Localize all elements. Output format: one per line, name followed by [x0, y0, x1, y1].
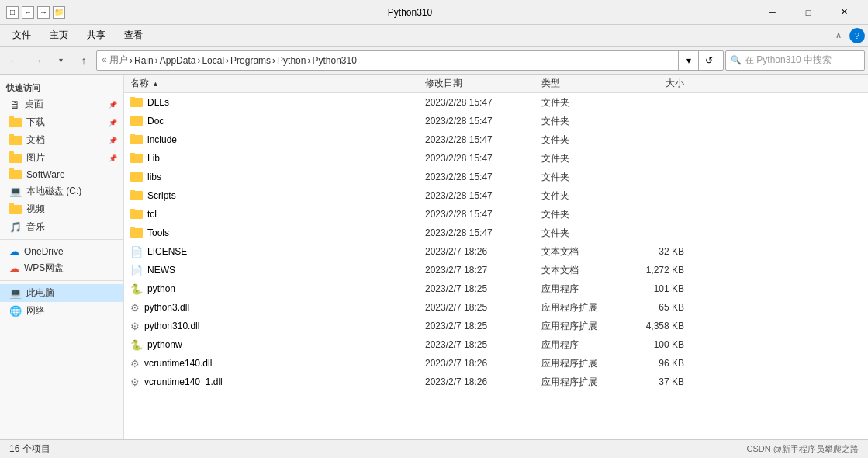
sidebar-item-localdisk[interactable]: 💻 本地磁盘 (C:): [0, 182, 123, 200]
quick-access-icon[interactable]: □: [6, 6, 19, 19]
onedrive-icon: ☁: [9, 245, 19, 257]
sidebar-item-pictures[interactable]: 图片 📌: [0, 149, 123, 167]
table-row[interactable]: Scripts 2023/2/28 15:47 文件夹: [124, 186, 868, 205]
file-date-cell: 2023/2/28 15:47: [419, 97, 535, 108]
file-name-cell: 📄 LICENSE: [124, 246, 419, 258]
file-name-text: NEWS: [147, 265, 175, 276]
sidebar-item-wpsdrive[interactable]: ☁ WPS网盘: [0, 259, 123, 277]
back-button[interactable]: ←: [3, 50, 25, 71]
sidebar-item-onedrive[interactable]: ☁ OneDrive: [0, 243, 123, 259]
table-row[interactable]: ⚙ python310.dll 2023/2/7 18:25 应用程序扩展 4,…: [124, 317, 868, 335]
file-name-text: Scripts: [147, 190, 176, 201]
maximize-button[interactable]: □: [790, 0, 826, 25]
sidebar-label-wpsdrive: WPS网盘: [24, 262, 64, 275]
menu-share[interactable]: 共享: [78, 26, 115, 45]
table-row[interactable]: ⚙ python3.dll 2023/2/7 18:25 应用程序扩展 65 K…: [124, 298, 868, 317]
address-bar[interactable]: « 用户 › Rain › AppData › Local › Programs…: [96, 50, 724, 71]
file-name-cell: Tools: [124, 227, 419, 238]
table-row[interactable]: 📄 NEWS 2023/2/7 18:27 文本文档 1,272 KB: [124, 261, 868, 279]
table-row[interactable]: Doc 2023/2/28 15:47 文件夹: [124, 112, 868, 130]
dll-file-icon: ⚙: [130, 302, 140, 314]
col-header-type[interactable]: 类型: [535, 77, 628, 90]
file-size-cell: 101 KB: [628, 283, 690, 294]
sidebar-item-thispc[interactable]: 💻 此电脑: [0, 284, 123, 302]
table-row[interactable]: Tools 2023/2/28 15:47 文件夹: [124, 224, 868, 242]
menu-file[interactable]: 文件: [3, 26, 40, 45]
nav-bar: ← → ▾ ↑ « 用户 › Rain › AppData › Local › …: [0, 47, 868, 75]
table-row[interactable]: ⚙ vcruntime140_1.dll 2023/2/7 18:26 应用程序…: [124, 373, 868, 391]
sidebar-item-music[interactable]: 🎵 音乐: [0, 218, 123, 236]
file-name-cell: ⚙ vcruntime140_1.dll: [124, 376, 419, 388]
file-date-cell: 2023/2/7 18:26: [419, 376, 535, 387]
address-part-3: Local: [202, 55, 224, 66]
sidebar-label-localdisk: 本地磁盘 (C:): [26, 185, 81, 198]
address-dropdown-button[interactable]: ▾: [678, 50, 698, 71]
file-name-cell: tcl: [124, 209, 419, 220]
table-row[interactable]: DLLs 2023/2/28 15:47 文件夹: [124, 93, 868, 112]
file-date-cell: 2023/2/28 15:47: [419, 134, 535, 145]
table-row[interactable]: 🐍 pythonw 2023/2/7 18:25 应用程序 100 KB: [124, 335, 868, 354]
file-type-cell: 文本文档: [535, 245, 628, 258]
quick-access-label: 快速访问: [0, 78, 123, 95]
col-header-size[interactable]: 大小: [628, 77, 690, 90]
python-file-icon: 🐍: [130, 339, 143, 351]
file-type-cell: 应用程序: [535, 338, 628, 352]
file-name-text: python3.dll: [144, 302, 189, 313]
forward-icon-small[interactable]: →: [37, 6, 50, 19]
text-file-icon: 📄: [130, 246, 143, 258]
sidebar-item-software[interactable]: SoftWare: [0, 167, 123, 182]
back-icon-small[interactable]: ←: [22, 6, 34, 19]
table-row[interactable]: libs 2023/2/28 15:47 文件夹: [124, 168, 868, 186]
content-area: 名称 ▲ 修改日期 类型 大小 DLLs 2023/2/28 15:47 文件夹…: [124, 75, 868, 439]
file-size-cell: 37 KB: [628, 376, 690, 387]
table-row[interactable]: tcl 2023/2/28 15:47 文件夹: [124, 205, 868, 224]
menu-view[interactable]: 查看: [115, 26, 152, 45]
file-name-text: vcruntime140_1.dll: [144, 376, 223, 387]
search-bar[interactable]: 🔍 在 Python310 中搜索: [725, 50, 865, 71]
dropdown-recent-button[interactable]: ▾: [50, 50, 71, 71]
menu-home[interactable]: 主页: [40, 26, 78, 45]
title-bar: □ ← → 📁 Python310 ─ □ ✕: [0, 0, 868, 25]
expand-ribbon-button[interactable]: ∧: [831, 30, 846, 40]
table-row[interactable]: ⚙ vcruntime140.dll 2023/2/7 18:26 应用程序扩展…: [124, 354, 868, 373]
window-controls: ─ □ ✕: [755, 0, 862, 25]
folder-icon: [130, 191, 143, 200]
drive-icon: 💻: [9, 186, 22, 197]
forward-button[interactable]: →: [26, 50, 48, 71]
sidebar-item-desktop[interactable]: 🖥 桌面 📌: [0, 95, 123, 113]
file-size-cell: 100 KB: [628, 339, 690, 350]
up-button[interactable]: ↑: [73, 50, 95, 71]
address-part-0: « 用户: [102, 54, 128, 67]
sidebar-item-video[interactable]: 视频: [0, 200, 123, 218]
file-name-cell: 🐍 pythonw: [124, 339, 419, 351]
sidebar-item-downloads[interactable]: 下载 📌: [0, 113, 123, 131]
file-name-text: pythonw: [147, 339, 182, 350]
sidebar-label-music: 音乐: [26, 220, 45, 234]
search-icon: 🔍: [731, 55, 742, 65]
file-date-cell: 2023/2/28 15:47: [419, 153, 535, 164]
help-button[interactable]: ?: [849, 28, 865, 43]
col-header-name[interactable]: 名称 ▲: [124, 77, 419, 90]
table-row[interactable]: include 2023/2/28 15:47 文件夹: [124, 130, 868, 149]
file-name-text: include: [147, 134, 177, 145]
folder-icon: [130, 116, 143, 126]
close-button[interactable]: ✕: [826, 0, 862, 25]
table-row[interactable]: Lib 2023/2/28 15:47 文件夹: [124, 149, 868, 168]
col-header-date[interactable]: 修改日期: [419, 77, 535, 90]
refresh-button[interactable]: ↺: [698, 50, 718, 71]
column-header: 名称 ▲ 修改日期 类型 大小: [124, 75, 868, 93]
sidebar-item-documents[interactable]: 文档 📌: [0, 131, 123, 149]
address-part-2: AppData: [160, 55, 196, 66]
minimize-button[interactable]: ─: [755, 0, 790, 25]
file-name-text: Lib: [147, 153, 160, 164]
table-row[interactable]: 📄 LICENSE 2023/2/7 18:26 文本文档 32 KB: [124, 242, 868, 261]
file-name-text: DLLs: [147, 97, 169, 108]
file-date-cell: 2023/2/7 18:25: [419, 339, 535, 350]
file-name-text: python310.dll: [144, 321, 199, 331]
file-date-cell: 2023/2/28 15:47: [419, 116, 535, 127]
text-file-icon: 📄: [130, 265, 143, 276]
file-type-cell: 应用程序扩展: [535, 357, 628, 370]
sidebar-item-network[interactable]: 🌐 网络: [0, 302, 123, 320]
file-name-cell: 📄 NEWS: [124, 265, 419, 276]
table-row[interactable]: 🐍 python 2023/2/7 18:25 应用程序 101 KB: [124, 279, 868, 298]
